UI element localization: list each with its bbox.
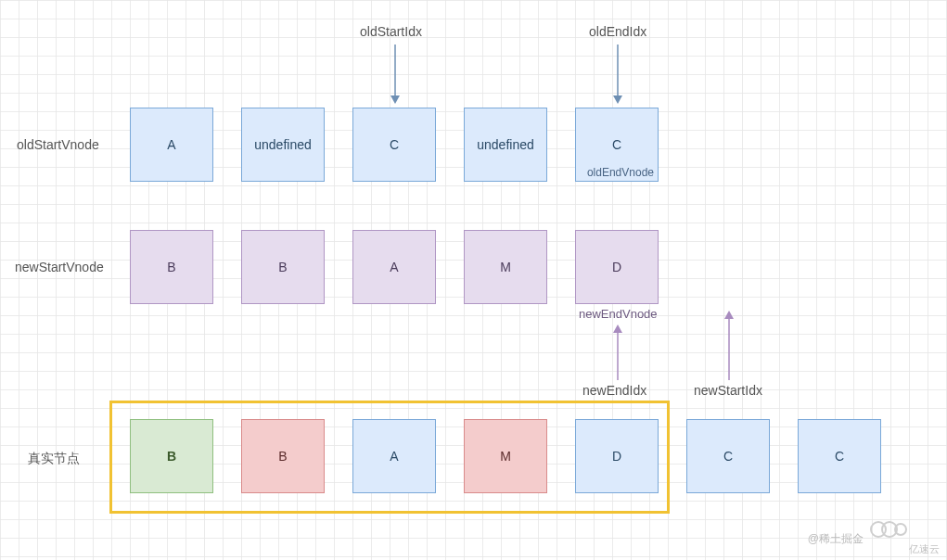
new-start-vnode-label: newStartVnode: [15, 260, 104, 274]
real-nodes-label: 真实节点: [28, 451, 80, 467]
node-text: M: [500, 449, 511, 464]
node-text: D: [612, 449, 621, 464]
real-node-5: C: [686, 419, 770, 493]
svg-marker-5: [613, 325, 622, 333]
node-text: B: [167, 449, 176, 464]
diagram-canvas: oldStartIdx oldEndIdx oldStartVnode A un…: [0, 0, 947, 560]
old-start-vnode-label: oldStartVnode: [17, 137, 99, 152]
node-text: C: [612, 137, 621, 152]
node-text: A: [390, 449, 398, 464]
new-node-4: D: [575, 230, 659, 304]
arrow-down-icon: [390, 45, 401, 105]
brand-text: 亿速云: [909, 542, 940, 556]
arrow-down-icon: [612, 45, 623, 105]
new-node-1: B: [241, 230, 325, 304]
node-text: M: [500, 260, 511, 274]
old-start-idx-label: oldStartIdx: [360, 24, 422, 39]
real-node-1: B: [241, 419, 325, 493]
svg-marker-3: [613, 95, 622, 104]
new-end-idx-label: newEndIdx: [582, 383, 646, 398]
old-node-0: A: [130, 108, 213, 182]
node-text: C: [723, 449, 733, 464]
brand-logo-icon: [862, 515, 914, 543]
node-text: D: [612, 260, 621, 274]
arrow-up-icon: [612, 325, 623, 380]
node-text: undefined: [254, 137, 312, 152]
old-node-3: undefined: [464, 108, 547, 182]
node-text: B: [278, 449, 287, 464]
old-node-2: C: [352, 108, 436, 182]
new-node-0: B: [130, 230, 213, 304]
old-end-vnode-label: oldEndVnode: [587, 166, 654, 179]
node-text: B: [167, 260, 175, 274]
node-text: C: [390, 137, 399, 152]
real-node-4: D: [575, 419, 659, 493]
new-node-2: A: [352, 230, 436, 304]
old-node-1: undefined: [241, 108, 325, 182]
real-node-6: C: [798, 419, 881, 493]
node-text: C: [835, 449, 844, 464]
arrow-up-icon: [723, 311, 735, 380]
svg-marker-1: [390, 95, 400, 104]
node-text: A: [390, 260, 398, 274]
node-text: A: [167, 137, 175, 152]
real-node-2: A: [352, 419, 436, 493]
svg-marker-7: [724, 311, 734, 319]
old-end-idx-label: oldEndIdx: [589, 24, 646, 39]
node-text: B: [278, 260, 287, 274]
new-start-idx-label: newStartIdx: [694, 383, 762, 398]
node-text: undefined: [477, 137, 534, 152]
new-end-vnode-label: newEndVnode: [579, 307, 658, 321]
real-node-3: M: [464, 419, 547, 493]
old-node-4: C oldEndVnode: [575, 108, 659, 182]
new-node-3: M: [464, 230, 547, 304]
watermark-text: @稀土掘金: [808, 531, 864, 547]
real-node-0: B: [130, 419, 213, 493]
